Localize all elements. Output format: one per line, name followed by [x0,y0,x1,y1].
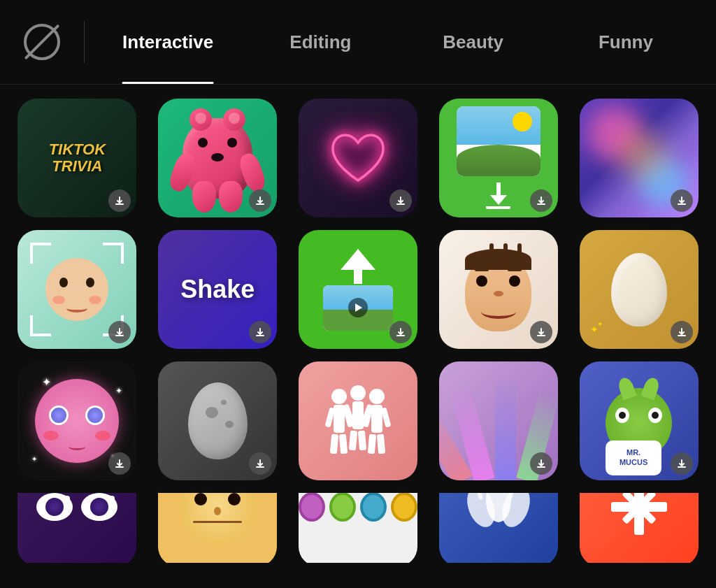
app-grid: TIKTOKTRIVIA [0,85,716,563]
neon-heart-icon [327,129,389,188]
sparkle-icon: ✦ [597,320,603,328]
sparkle-icon: ✦ [115,386,122,396]
app-photo-download[interactable] [434,99,563,217]
no-filter-icon [24,24,60,60]
download-badge[interactable] [671,189,693,212]
app-gummy-bear[interactable] [153,99,282,217]
app-upload-video[interactable] [294,230,423,349]
download-badge[interactable] [249,452,271,475]
download-badge[interactable] [530,189,552,212]
app-mr-mucus[interactable]: MR.MUCUS [574,361,703,480]
sparkle-icon: ✦ [42,375,51,389]
tab-editing[interactable]: Editing [244,0,396,84]
download-badge[interactable] [671,321,693,343]
app-tiktok-trivia[interactable]: TIKTOKTRIVIA [13,99,142,217]
shake-label: Shake [180,275,255,304]
app-face-scan[interactable] [13,230,142,349]
sparkle-icon: ✦ [31,455,37,463]
app-wave-hands[interactable] [434,493,563,563]
tab-divider [84,21,85,63]
app-sparkle[interactable] [574,493,703,563]
tab-beauty[interactable]: Beauty [397,0,550,84]
app-neon-heart[interactable] [294,99,423,217]
tab-none[interactable] [14,24,77,60]
app-color-circles[interactable] [294,493,423,563]
download-badge[interactable] [530,321,552,343]
download-badge[interactable] [671,452,693,475]
tiktok-trivia-label: TIKTOKTRIVIA [49,141,106,175]
download-badge[interactable] [249,321,271,343]
download-badge[interactable] [108,452,131,475]
tab-funny[interactable]: Funny [550,0,702,84]
download-badge[interactable] [108,321,131,343]
tab-bar: Interactive Editing Beauty Funny [0,0,716,85]
app-round-face[interactable] [153,493,282,563]
app-dreamy-face[interactable]: ✦ ✦ ✦ ✦ [13,361,142,480]
app-gray-egg[interactable] [153,361,282,480]
download-badge[interactable] [389,321,412,343]
download-badge[interactable] [108,189,131,212]
app-egg[interactable]: ✦ ✦ [574,230,703,349]
mr-mucus-label: MR.MUCUS [620,448,647,466]
app-shake[interactable]: Shake [153,230,282,349]
app-abstract-gradient[interactable] [574,99,703,217]
app-face-character[interactable] [434,230,563,349]
download-badge[interactable] [249,189,271,212]
tab-interactive[interactable]: Interactive [92,0,244,84]
app-big-eyes[interactable] [13,493,142,563]
download-badge[interactable] [530,452,552,475]
app-dance-silhouette[interactable] [294,361,423,480]
download-badge[interactable] [389,189,412,212]
app-light-beams[interactable] [434,361,563,480]
